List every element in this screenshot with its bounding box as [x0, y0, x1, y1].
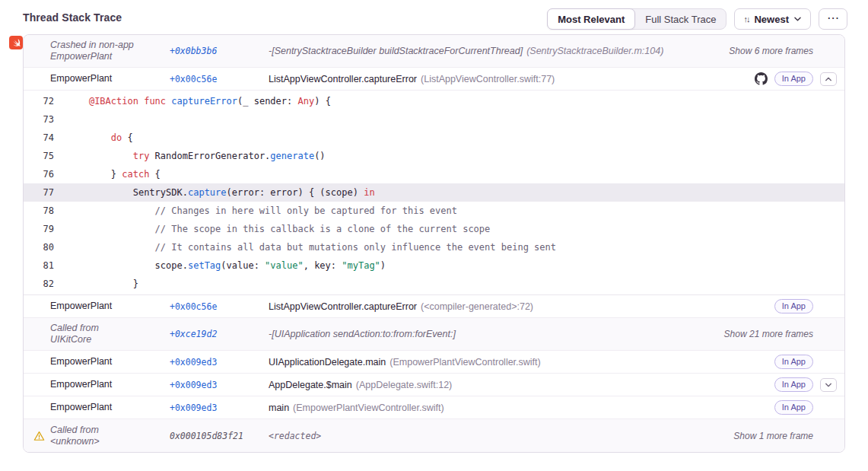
code-text: } catch { — [67, 165, 161, 183]
chevron-down-icon — [793, 16, 802, 22]
code-text: scope.setTag(value: "value", key: "myTag… — [67, 256, 386, 275]
chevron-up-icon — [825, 76, 832, 82]
in-app-badge: In App — [774, 72, 813, 86]
page-title: Thread Stack Trace — [23, 11, 122, 24]
in-app-badge: In App — [774, 377, 813, 392]
warning-icon — [33, 430, 45, 441]
code-text: @IBAction func captureError(_ sender: An… — [67, 92, 331, 110]
sort-label: Newest — [754, 14, 789, 25]
frame-actions: In App — [774, 355, 837, 369]
more-options-button[interactable]: ⋯ — [819, 8, 847, 30]
view-toggle: Most Relevant Full Stack Trace — [547, 8, 727, 30]
frame-module: Crashed in non-appEmpowerPlant — [50, 40, 170, 62]
line-number: 82 — [24, 275, 54, 293]
stack-frame-row[interactable]: EmpowerPlant+0x009ed3UIApplicationDelega… — [24, 351, 844, 374]
frame-address[interactable]: +0x00c56e — [170, 301, 269, 312]
frame-actions: Show 1 more frame — [733, 431, 837, 441]
code-text: // It contains all data but mutations on… — [67, 238, 556, 256]
line-number: 78 — [24, 202, 54, 220]
code-line: 75 try RandomErrorGenerator.generate() — [24, 147, 844, 165]
code-line: 80 // It contains all data but mutations… — [24, 238, 844, 256]
source-file[interactable]: (EmpowerPlantViewController.swift) — [389, 357, 540, 368]
stack-frame-row[interactable]: Called from<unknown>0x000105d83f21<redac… — [24, 419, 844, 452]
function-name: main — [269, 403, 289, 413]
code-line: 81 scope.setTag(value: "value", key: "my… — [24, 256, 844, 275]
stack-frame-row[interactable]: Called fromUIKitCore+0xce19d2-[UIApplica… — [24, 318, 844, 351]
frame-function: main(EmpowerPlantViewController.swift) — [269, 403, 774, 413]
frame-address[interactable]: +0x009ed3 — [170, 380, 269, 390]
frame-module: EmpowerPlant — [50, 301, 170, 312]
stack-frame-row[interactable]: EmpowerPlant+0x00c56eListAppViewControll… — [24, 68, 844, 91]
frame-module: EmpowerPlant — [50, 379, 170, 390]
function-name: -[SentryStacktraceBuilder buildStacktrac… — [269, 46, 523, 56]
in-app-badge: In App — [774, 400, 813, 415]
code-line: 82 } — [24, 275, 844, 293]
frame-module: EmpowerPlant — [50, 73, 170, 84]
header-controls: Most Relevant Full Stack Trace ↑↓ Newest… — [547, 8, 847, 30]
code-text: // Changes in here will only be captured… — [67, 202, 457, 220]
code-line: 73 — [24, 110, 844, 129]
function-name: <redacted> — [269, 431, 321, 441]
frame-address[interactable]: +0xce19d2 — [170, 329, 269, 339]
frame-function: AppDelegate.$main(AppDelegate.swift:12) — [269, 380, 774, 390]
frame-actions: In App — [755, 72, 837, 86]
frame-address: 0x000105d83f21 — [170, 431, 269, 441]
source-file[interactable]: (AppDelegate.swift:12) — [356, 380, 452, 390]
source-file[interactable]: (SentryStacktraceBuilder.m:104) — [526, 46, 663, 56]
code-line: 74 do { — [24, 129, 844, 147]
sort-newest-button[interactable]: ↑↓ Newest — [734, 8, 811, 30]
frame-address[interactable]: +0x009ed3 — [170, 403, 269, 413]
frame-address[interactable]: +0x00c56e — [170, 74, 269, 84]
spacer — [820, 300, 837, 313]
line-number: 73 — [24, 110, 54, 129]
in-app-badge: In App — [774, 355, 813, 369]
stack-frame-row[interactable]: Crashed in non-appEmpowerPlant+0x0bb3b6-… — [24, 35, 844, 68]
show-more-frames[interactable]: Show 21 more frames — [724, 329, 813, 339]
source-file[interactable]: (<compiler-generated>:72) — [421, 301, 533, 312]
show-more-frames[interactable]: Show 6 more frames — [729, 46, 813, 56]
frame-actions: In App — [774, 299, 837, 313]
code-line: 78 // Changes in here will only be captu… — [24, 202, 844, 220]
frame-address[interactable]: +0x0bb3b6 — [170, 46, 269, 56]
source-code-context: 72 @IBAction func captureError(_ sender:… — [24, 91, 844, 295]
code-line: 76 } catch { — [24, 165, 844, 183]
github-icon[interactable] — [755, 72, 768, 85]
frame-actions: Show 21 more frames — [724, 329, 837, 339]
frame-function: ListAppViewController.captureError(ListA… — [269, 74, 755, 84]
collapse-frame-button[interactable] — [820, 72, 837, 86]
stack-trace-panel: Crashed in non-appEmpowerPlant+0x0bb3b6-… — [23, 34, 845, 453]
stack-frame-row[interactable]: EmpowerPlant+0x009ed3main(EmpowerPlantVi… — [24, 396, 844, 419]
line-number: 80 — [24, 238, 54, 256]
line-number: 81 — [24, 256, 54, 275]
frame-module: EmpowerPlant — [50, 402, 170, 413]
expand-frame-button[interactable] — [820, 378, 837, 392]
function-name: UIApplicationDelegate.main — [269, 357, 386, 368]
code-text: } — [67, 275, 138, 293]
sort-arrows-icon: ↑↓ — [743, 14, 749, 24]
full-stack-trace-button[interactable]: Full Stack Trace — [635, 9, 726, 29]
function-name: AppDelegate.$main — [269, 380, 352, 390]
frame-module: Called fromUIKitCore — [50, 323, 170, 345]
source-file[interactable]: (EmpowerPlantViewController.swift) — [293, 403, 444, 413]
code-line: 77 SentrySDK.capture(error: error) { (sc… — [24, 183, 844, 202]
line-number: 79 — [24, 220, 54, 238]
code-text: try RandomErrorGenerator.generate() — [67, 147, 326, 165]
line-number: 72 — [24, 92, 54, 110]
spacer — [820, 401, 837, 415]
frame-module: EmpowerPlant — [50, 356, 170, 368]
code-line: 72 @IBAction func captureError(_ sender:… — [24, 92, 844, 110]
most-relevant-button[interactable]: Most Relevant — [547, 8, 635, 30]
code-line: 79 // The scope in this callback is a cl… — [24, 220, 844, 238]
show-more-frames[interactable]: Show 1 more frame — [733, 431, 813, 441]
stack-frame-row[interactable]: EmpowerPlant+0x009ed3AppDelegate.$main(A… — [24, 374, 844, 396]
source-file[interactable]: (ListAppViewController.swift:77) — [421, 74, 555, 84]
stack-frame-row[interactable]: EmpowerPlant+0x00c56eListAppViewControll… — [24, 295, 844, 318]
frame-actions: Show 6 more frames — [729, 46, 837, 56]
frame-actions: In App — [774, 377, 837, 392]
code-text: SentrySDK.capture(error: error) { (scope… — [67, 183, 375, 202]
frame-function: UIApplicationDelegate.main(EmpowerPlantV… — [269, 357, 774, 368]
line-number: 77 — [24, 183, 54, 202]
frame-function: -[UIApplication sendAction:to:from:forEv… — [269, 329, 724, 339]
function-name: ListAppViewController.captureError — [269, 74, 417, 84]
frame-address[interactable]: +0x009ed3 — [170, 357, 269, 368]
